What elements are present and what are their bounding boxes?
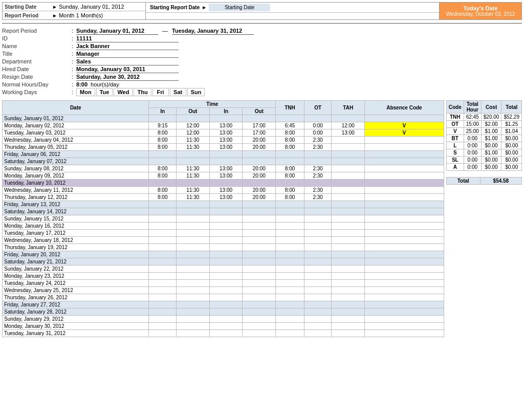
tnh-cell — [276, 158, 304, 165]
out1-cell — [176, 244, 209, 251]
in1-cell — [149, 308, 177, 316]
in1-cell: 8:00 — [149, 187, 177, 194]
ot-cell — [304, 308, 332, 316]
date-cell: Monday, January 02, 2012 — [3, 122, 149, 129]
tah-cell — [332, 165, 365, 172]
total-cell: $0.00 — [501, 142, 522, 149]
out1-cell — [176, 230, 209, 237]
date-cell: Friday, January 06, 2012 — [3, 151, 149, 158]
table-row: Thursday, January 26, 2012 — [3, 294, 444, 301]
table-row: Friday, January 27, 2012 — [3, 301, 444, 308]
absence-cell — [365, 223, 444, 230]
in1-cell — [149, 301, 177, 308]
out2-cell — [243, 237, 276, 244]
tah-cell — [332, 244, 365, 251]
table-row: Monday, January 23, 2012 — [3, 273, 444, 280]
right-table-wrap: Code TotalHour Cost Total TNH 62:45 $20.… — [446, 100, 522, 337]
starting-report-date-label: Starting Report Date — [150, 5, 200, 10]
summary-row: A 0:00 $0.00 $0.00 — [446, 164, 521, 171]
code-cell: A — [446, 164, 464, 171]
date-cell: Tuesday, January 24, 2012 — [3, 280, 149, 287]
absence-cell — [365, 316, 444, 323]
total-cell: $0.00 — [501, 135, 522, 142]
tah-cell: 12:00 — [332, 122, 365, 129]
date-cell: Wednesday, January 11, 2012 — [3, 187, 149, 194]
summary-row: S 0:00 $1.00 $0.00 — [446, 149, 521, 157]
tah-cell — [332, 187, 365, 194]
tah-cell — [332, 273, 365, 280]
tnh-cell: 8:00 — [276, 172, 304, 180]
starting-date-label: Starting Date — [5, 4, 51, 10]
tnh-cell: 8:00 — [276, 165, 304, 172]
name-value: Jack Banner — [76, 43, 179, 50]
in2-cell: 13:00 — [209, 165, 243, 172]
in2-cell — [209, 301, 243, 308]
ot-cell — [304, 208, 332, 215]
out1-cell — [176, 316, 209, 323]
normal-hours-unit: hour(s)/day — [91, 81, 119, 87]
in1-cell — [149, 215, 177, 223]
table-row: Monday, January 02, 2012 9:15 12:00 13:0… — [3, 122, 444, 129]
tnh-cell — [276, 115, 304, 122]
ot-cell — [304, 223, 332, 230]
in2-cell — [209, 223, 243, 230]
in2-cell — [209, 330, 243, 337]
time-header: Time — [149, 101, 276, 108]
absence-cell — [365, 266, 444, 273]
tah-cell — [332, 144, 365, 151]
tah-cell — [332, 237, 365, 244]
in2-cell — [209, 215, 243, 223]
table-row: Saturday, January 14, 2012 — [3, 208, 444, 215]
table-row: Friday, January 06, 2012 — [3, 151, 444, 158]
tnh-cell — [276, 273, 304, 280]
total-col-header: Total — [501, 101, 522, 114]
tah-cell — [332, 158, 365, 165]
out2-cell — [243, 294, 276, 301]
tah-cell — [332, 266, 365, 273]
date-cell: Thursday, January 12, 2012 — [3, 194, 149, 201]
out1-cell — [176, 237, 209, 244]
total-cell: $52.29 — [501, 114, 522, 121]
out2-cell: 20:00 — [243, 187, 276, 194]
in2-cell — [209, 180, 243, 187]
tah-cell — [332, 201, 365, 208]
out1-cell — [176, 280, 209, 287]
tnh-cell — [276, 251, 304, 258]
ot-cell — [304, 251, 332, 258]
absence-cell — [365, 323, 444, 330]
out1-cell: 12:00 — [176, 129, 209, 137]
in1-cell: 8:00 — [149, 129, 177, 137]
absence-cell — [365, 194, 444, 201]
header-left-block: Starting Date ► Sunday, January 01, 2012… — [3, 3, 146, 19]
ot-cell: 0:00 — [304, 122, 332, 129]
ot-cell — [304, 237, 332, 244]
in1-cell — [149, 258, 177, 266]
in1-cell — [149, 251, 177, 258]
out1-cell — [176, 301, 209, 308]
absence-cell: V — [365, 122, 444, 129]
out2-cell: 20:00 — [243, 194, 276, 201]
in1-cell — [149, 158, 177, 165]
tnh-cell: 8:00 — [276, 137, 304, 144]
starting-date-field[interactable]: Starting Date — [209, 4, 270, 11]
absence-cell — [365, 301, 444, 308]
tnh-cell — [276, 280, 304, 287]
in1-cell — [149, 151, 177, 158]
in1-cell: 8:00 — [149, 165, 177, 172]
out2-cell — [243, 244, 276, 251]
working-days-label: Working Days — [2, 89, 69, 95]
cost-cell: $0.00 — [481, 164, 501, 171]
absence-cell — [365, 144, 444, 151]
in1-cell: 8:00 — [149, 137, 177, 144]
working-day-wed: Wed — [114, 88, 133, 96]
table-row: Sunday, January 22, 2012 — [3, 266, 444, 273]
table-row: Tuesday, January 10, 2012 — [3, 180, 444, 187]
absence-cell — [365, 294, 444, 301]
title-value: Manager — [76, 51, 179, 58]
cost-cell: $0.00 — [481, 142, 501, 149]
date-header: Date — [3, 101, 149, 115]
absence-cell — [365, 215, 444, 223]
out1-cell: 11:30 — [176, 137, 209, 144]
tnh-cell — [276, 237, 304, 244]
out1-cell — [176, 287, 209, 294]
